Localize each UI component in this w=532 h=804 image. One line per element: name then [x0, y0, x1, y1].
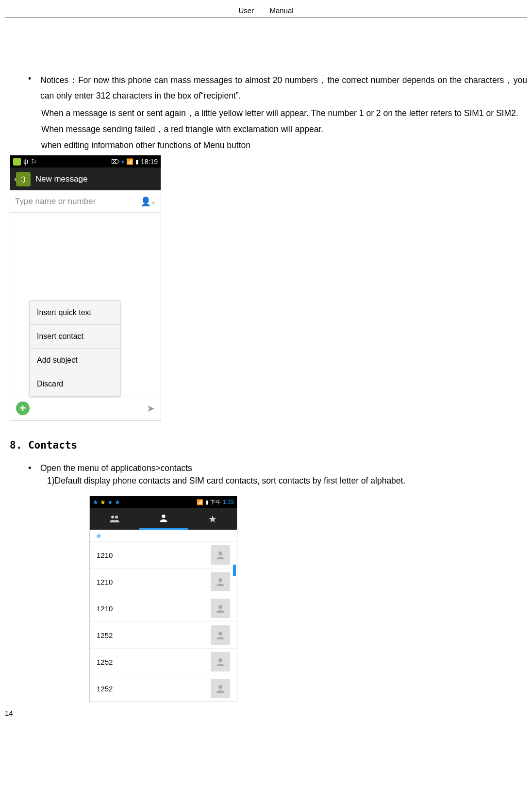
contacts-subtext: 1)Default display phone contacts and SIM…	[47, 474, 527, 487]
status-left: ψ ⚐	[13, 158, 37, 166]
signal-icon	[126, 158, 133, 165]
svg-point-3	[218, 552, 222, 555]
avatar	[211, 652, 230, 671]
contacts-bullet: • Open the menu of applications>contacts…	[28, 462, 527, 487]
star-icon: ★	[107, 499, 113, 506]
menu-popup: Insert quick text Insert contact Add sub…	[30, 301, 120, 396]
contact-row: 1252	[90, 621, 237, 648]
contact-row: 1252	[90, 675, 237, 702]
menu-item-insert-contact[interactable]: Insert contact	[30, 325, 120, 349]
para-1: When a message is sent or sent again，a l…	[41, 107, 527, 119]
notification-icon: ⚐	[31, 158, 37, 166]
bullet-dot: •	[28, 462, 40, 474]
hash-header: #	[90, 530, 237, 541]
star-icon: ★	[115, 499, 120, 506]
svg-point-1	[115, 516, 118, 519]
battery-icon: ▮	[205, 499, 208, 505]
app-bar: ‹ :) New message	[10, 168, 161, 190]
contact-name[interactable]: 1210	[97, 604, 113, 613]
contacts-list-body: # 1210 1210 1210 1252 1252 1252	[90, 530, 237, 702]
bullet-dot: •	[28, 72, 40, 85]
time-prefix: 下午	[210, 499, 221, 506]
status-bar: ψ ⚐ ⌦ ▾ 18:19	[10, 155, 161, 168]
svg-point-7	[218, 658, 222, 662]
star-icon: ★	[208, 513, 217, 525]
contacts-section: • Open the menu of applications>contacts…	[28, 462, 527, 487]
person-icon	[158, 513, 169, 523]
status-bar-2: ★ ★ ★ ★ 📶 ▮ 下午 1:33	[90, 496, 237, 508]
contact-name[interactable]: 1252	[97, 658, 113, 666]
contact-row: 1210	[90, 568, 237, 595]
status-right-2: 📶 ▮ 下午 1:33	[197, 499, 234, 506]
alphabet-index[interactable]	[233, 565, 236, 576]
menu-item-discard[interactable]: Discard	[30, 372, 120, 396]
tab-favorites[interactable]: ★	[188, 508, 237, 530]
page-header: User Manual	[5, 0, 527, 18]
svg-point-8	[218, 685, 222, 689]
status-right: ⌦ ▾ 18:19	[111, 158, 158, 166]
avatar	[211, 679, 230, 698]
star-icon: ★	[100, 499, 106, 506]
notices-section: • Notices：For now this phone can mass me…	[28, 72, 527, 103]
app-bar-title: New message	[35, 174, 88, 184]
screenshot-contacts: ★ ★ ★ ★ 📶 ▮ 下午 1:33	[89, 496, 237, 702]
contact-row: 1210	[90, 541, 237, 568]
contacts-body: Open the menu of applications>contacts 1…	[40, 462, 527, 487]
section-8-title: 8. Contacts	[10, 439, 527, 451]
contacts-open: Open the menu of applications>contacts	[40, 462, 527, 474]
wifi-icon: ▾	[121, 158, 124, 165]
contacts-tabs: ★	[90, 508, 237, 530]
notices-label: Notices：	[40, 75, 78, 85]
svg-point-0	[111, 516, 114, 519]
contact-name[interactable]: 1252	[97, 685, 113, 693]
avatar	[211, 625, 230, 645]
svg-point-5	[218, 605, 222, 609]
messaging-app-icon: :)	[16, 172, 31, 186]
add-attachment-button[interactable]: +	[16, 402, 30, 415]
bluetooth-icon: ⌦	[111, 158, 119, 165]
svg-point-6	[218, 632, 222, 636]
tab-all-contacts[interactable]	[139, 508, 188, 530]
para-3: when editing information other functions…	[41, 139, 527, 151]
notices-body: Notices：For now this phone can mass mess…	[40, 72, 527, 103]
recipient-input[interactable]: Type name or number	[15, 197, 96, 206]
status-stars: ★ ★ ★ ★	[93, 499, 120, 506]
notices-text: For now this phone can mass messages to …	[40, 75, 527, 100]
menu-item-insert-quick-text[interactable]: Insert quick text	[30, 301, 120, 325]
contact-row: 1252	[90, 648, 237, 675]
notices-bullet: • Notices：For now this phone can mass me…	[28, 72, 527, 103]
paragraphs: When a message is sent or sent again，a l…	[41, 107, 527, 151]
screenshot-new-message: ψ ⚐ ⌦ ▾ 18:19 ‹ :) New message Type name…	[10, 155, 161, 421]
menu-item-add-subject[interactable]: Add subject	[30, 349, 120, 372]
send-button[interactable]: ➤	[147, 402, 155, 414]
add-contact-icon[interactable]: 👤₊	[140, 196, 156, 207]
tab-groups[interactable]	[90, 508, 139, 530]
usb-icon: ψ	[23, 158, 28, 166]
star-icon: ★	[93, 499, 99, 506]
avatar	[211, 545, 230, 565]
recipient-input-row: Type name or number 👤₊	[10, 190, 161, 213]
para-2: When message sending failed，a red triang…	[41, 123, 527, 135]
messaging-icon	[13, 158, 21, 166]
compose-row: + ➤	[10, 396, 161, 420]
svg-point-2	[162, 514, 165, 518]
status-time: 18:19	[141, 158, 158, 166]
svg-point-4	[218, 578, 222, 582]
content-area: • Notices：For now this phone can mass me…	[0, 18, 532, 702]
contact-name[interactable]: 1252	[97, 631, 113, 639]
groups-icon	[109, 513, 120, 525]
contact-name[interactable]: 1210	[97, 578, 113, 586]
signal-icon: 📶	[197, 499, 203, 505]
avatar	[211, 599, 230, 618]
status-time-2: 1:33	[223, 499, 234, 505]
avatar	[211, 572, 230, 591]
battery-icon	[135, 158, 139, 165]
contact-row: 1210	[90, 595, 237, 621]
contact-name[interactable]: 1210	[97, 551, 113, 559]
